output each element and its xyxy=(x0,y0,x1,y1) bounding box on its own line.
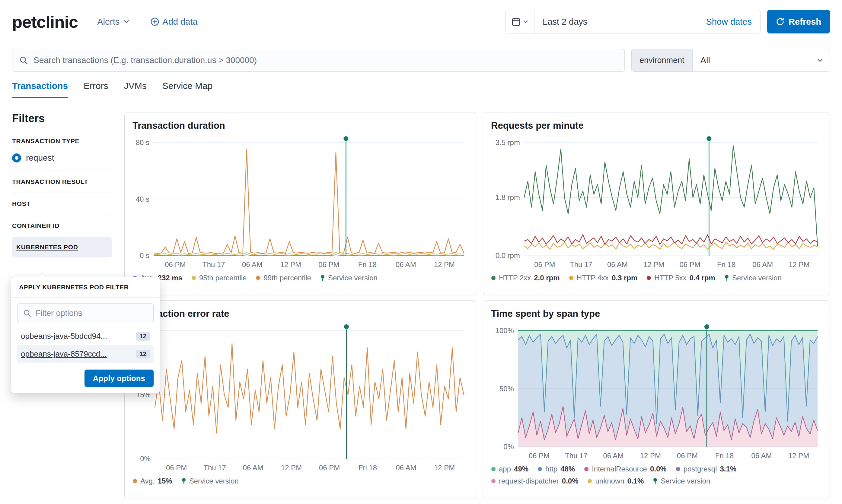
popover-title: APPLY KUBERNETES POD FILTER xyxy=(11,277,160,298)
legend-item[interactable]: app49% xyxy=(491,465,529,473)
legend-label: 95th percentile xyxy=(199,274,246,282)
filters-title: Filters xyxy=(12,112,111,125)
service-title: petclinic xyxy=(12,12,78,32)
pod-option-2[interactable]: opbeans-java-8579ccd... 12 xyxy=(17,345,154,363)
chart-title-transaction-duration: Transaction duration xyxy=(133,120,468,131)
svg-text:Fri 18: Fri 18 xyxy=(358,260,377,269)
apply-options-button[interactable]: Apply options xyxy=(85,370,154,387)
svg-text:Thu 17: Thu 17 xyxy=(203,464,226,472)
alerts-menu[interactable]: Alerts xyxy=(97,17,131,27)
filter-section-container-id[interactable]: CONTAINER ID xyxy=(12,215,111,237)
transaction-type-option-request[interactable]: request xyxy=(12,153,111,163)
legend-item[interactable]: Avg.15% xyxy=(133,477,172,485)
legend-item[interactable]: Service version xyxy=(182,477,239,485)
pod-option-1[interactable]: opbeans-java-5bdcd94... 12 xyxy=(17,327,154,345)
svg-text:06 PM: 06 PM xyxy=(166,464,187,472)
svg-text:50%: 50% xyxy=(499,385,514,393)
svg-text:Fri 18: Fri 18 xyxy=(717,260,736,269)
series-dot-icon xyxy=(191,275,196,280)
legend-item[interactable]: HTTP 5xx0.4 rpm xyxy=(647,274,715,282)
transaction-type-heading[interactable]: TRANSACTION TYPE xyxy=(12,138,111,145)
legend-item[interactable]: postgresql3.1% xyxy=(676,465,736,473)
time-spent-by-span-type-chart[interactable]: 100%50%0%06 PMThu 1706 AM12 PM06 PMFri 1… xyxy=(491,322,822,461)
svg-text:06 PM: 06 PM xyxy=(680,260,701,269)
svg-text:0%: 0% xyxy=(503,443,514,451)
radio-label: request xyxy=(26,153,54,163)
tab-service-map[interactable]: Service Map xyxy=(162,81,213,98)
kubernetes-pod-filter-popover: APPLY KUBERNETES POD FILTER opbeans-java… xyxy=(11,277,160,393)
chart-title-time-spent-by-span-type: Time spent by span type xyxy=(491,308,822,319)
tab-transactions[interactable]: Transactions xyxy=(12,81,68,98)
filter-section-kubernetes-pod[interactable]: KUBERNETES POD xyxy=(12,237,111,257)
alerts-label: Alerts xyxy=(97,17,120,27)
legend-item[interactable]: HTTP 2xx2.0 rpm xyxy=(491,274,560,282)
legend-label: HTTP 5xx xyxy=(654,274,686,282)
requests-per-minute-chart[interactable]: 3.5 rpm1.8 rpm0.0 rpm06 PMThu 1706 AM12 … xyxy=(491,134,822,269)
filter-section-transaction-result[interactable]: TRANSACTION RESULT xyxy=(12,170,111,193)
legend-item[interactable]: InternalResource0.0% xyxy=(584,465,666,473)
svg-text:12 PM: 12 PM xyxy=(434,260,455,269)
svg-text:0.0 rpm: 0.0 rpm xyxy=(496,251,520,259)
add-data-link[interactable]: Add data xyxy=(150,17,197,27)
svg-text:Thu 17: Thu 17 xyxy=(570,260,592,269)
radio-selected-icon xyxy=(12,154,21,162)
svg-text:06 AM: 06 AM xyxy=(603,452,623,460)
legend-item[interactable]: Service version xyxy=(653,477,710,485)
tab-errors[interactable]: Errors xyxy=(84,81,108,98)
svg-text:80 s: 80 s xyxy=(136,138,149,146)
tab-jvms[interactable]: JVMs xyxy=(124,81,147,98)
pod-option-label: opbeans-java-5bdcd94... xyxy=(21,331,107,341)
legend-value: 0.3 rpm xyxy=(612,274,637,282)
popover-body: opbeans-java-5bdcd94... 12 opbeans-java-… xyxy=(11,298,160,365)
search-input[interactable] xyxy=(34,55,618,65)
annotation-marker-icon xyxy=(724,275,729,281)
legend-value: 2.0 rpm xyxy=(534,274,560,282)
svg-text:12 PM: 12 PM xyxy=(280,260,301,269)
quick-select-button[interactable] xyxy=(505,10,535,33)
legend-item[interactable]: 95th percentile xyxy=(191,274,246,282)
svg-text:Thu 17: Thu 17 xyxy=(565,452,588,460)
legend-item[interactable]: request-dispatcher0.0% xyxy=(491,477,578,485)
date-range-value[interactable]: Last 2 days xyxy=(535,17,587,27)
header-right-group: Last 2 days Show dates Refresh xyxy=(505,10,830,34)
chart-title-requests-per-minute: Requests per minute xyxy=(491,120,822,131)
legend-value: 0.0% xyxy=(562,477,579,485)
legend-item[interactable]: 99th percentile xyxy=(256,274,311,282)
legend-value: 0.0% xyxy=(650,465,667,473)
transaction-duration-chart[interactable]: 80 s40 s0 s06 PMThu 1706 AM12 PM06 PMFri… xyxy=(133,134,468,269)
svg-text:12 PM: 12 PM xyxy=(788,452,809,460)
svg-text:06 AM: 06 AM xyxy=(243,464,263,472)
svg-text:06 AM: 06 AM xyxy=(752,260,773,269)
svg-text:06 AM: 06 AM xyxy=(242,260,262,269)
svg-text:12 PM: 12 PM xyxy=(640,452,661,460)
chevron-down-icon xyxy=(816,56,824,65)
transaction-result-heading: TRANSACTION RESULT xyxy=(12,178,111,185)
legend-item[interactable]: Service version xyxy=(724,274,781,282)
filter-section-host[interactable]: HOST xyxy=(12,193,111,215)
panel-time-spent-by-span-type: Time spent by span type 100%50%0%06 PMTh… xyxy=(483,300,830,498)
filter-options-input[interactable] xyxy=(36,309,148,318)
series-dot-icon xyxy=(587,479,592,484)
legend-label: HTTP 4xx xyxy=(577,274,609,282)
legend-item[interactable]: http48% xyxy=(537,465,575,473)
legend-label: Service version xyxy=(732,274,781,282)
transaction-error-rate-chart[interactable]: 30%15%0%06 PMThu 1706 AM12 PM06 PMFri 18… xyxy=(133,322,468,473)
svg-text:12 PM: 12 PM xyxy=(643,260,664,269)
panel-transaction-duration: Transaction duration 80 s40 s0 s06 PMThu… xyxy=(124,112,476,295)
series-dot-icon xyxy=(491,479,496,484)
refresh-button[interactable]: Refresh xyxy=(767,10,830,34)
main-tabs: Transactions Errors JVMs Service Map xyxy=(12,81,830,98)
pod-option-count-badge: 12 xyxy=(136,332,150,341)
legend-item[interactable]: HTTP 4xx0.3 rpm xyxy=(569,274,638,282)
svg-text:0%: 0% xyxy=(140,454,151,463)
header: petclinic Alerts Add data Last 2 days Sh… xyxy=(12,7,830,36)
legend-label: http xyxy=(545,465,557,473)
legend-item[interactable]: Service version xyxy=(320,274,378,282)
show-dates-link[interactable]: Show dates xyxy=(706,17,760,27)
svg-text:06 PM: 06 PM xyxy=(165,260,186,269)
refresh-label: Refresh xyxy=(789,17,821,27)
legend-label: Service version xyxy=(328,274,378,282)
kubernetes-pod-heading: KUBERNETES POD xyxy=(16,244,107,251)
environment-select[interactable]: environment All xyxy=(631,49,830,72)
legend-item[interactable]: unknown0.1% xyxy=(587,477,644,485)
